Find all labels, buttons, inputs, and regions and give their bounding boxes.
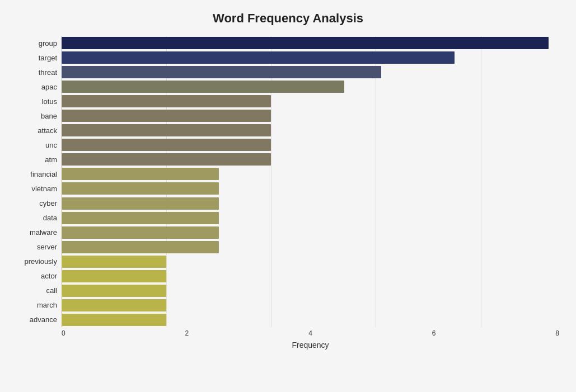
bar-row — [62, 196, 559, 211]
bar-row — [62, 108, 559, 123]
y-label: call — [46, 287, 57, 294]
y-label: unc — [45, 141, 57, 149]
bar-row — [62, 94, 559, 108]
bar-row — [62, 167, 559, 181]
bar-row — [62, 65, 559, 79]
x-tick-label: 6 — [432, 329, 436, 337]
bar-row — [62, 240, 559, 254]
bar-financial — [62, 168, 219, 180]
x-axis-title: Frequency — [62, 341, 559, 350]
y-label: data — [43, 214, 57, 221]
bar-row — [62, 269, 559, 284]
bar-cyber — [62, 197, 219, 210]
bar-lotus — [62, 95, 271, 107]
y-label: previously — [24, 258, 57, 265]
bar-data — [62, 212, 219, 224]
bar-group — [62, 37, 549, 49]
y-label: threat — [39, 69, 57, 76]
y-label: bane — [41, 112, 57, 120]
bar-row — [62, 152, 559, 167]
bar-march — [62, 299, 166, 311]
bar-row — [62, 138, 559, 152]
bar-row — [62, 225, 559, 240]
bar-actor — [62, 270, 166, 282]
y-axis-labels: grouptargetthreatapaclotusbaneattackunca… — [17, 36, 62, 327]
y-label: lotus — [42, 98, 57, 105]
x-tick-label: 4 — [308, 329, 312, 337]
y-label: group — [39, 40, 57, 47]
y-label: march — [37, 301, 57, 309]
bar-threat — [62, 66, 381, 78]
bar-malware — [62, 226, 219, 239]
bar-atm — [62, 153, 271, 166]
y-label: vietnam — [31, 185, 57, 192]
y-label: server — [37, 243, 57, 251]
bar-row — [62, 36, 559, 50]
y-label: attack — [38, 127, 57, 134]
bar-row — [62, 313, 559, 327]
bar-unc — [62, 139, 271, 151]
bar-vietnam — [62, 182, 219, 195]
bar-advance — [62, 314, 166, 326]
bar-row — [62, 181, 559, 196]
x-tick-label: 8 — [555, 329, 559, 337]
bar-bane — [62, 110, 271, 122]
y-label: actor — [41, 272, 57, 280]
y-label: financial — [30, 171, 57, 178]
y-label: malware — [30, 229, 57, 236]
y-label: atm — [45, 156, 57, 163]
y-label: advance — [30, 316, 57, 323]
bar-target — [62, 51, 455, 64]
y-label: target — [39, 54, 57, 62]
chart-title: Word Frequency Analysis — [17, 11, 559, 26]
x-tick-label: 2 — [185, 329, 189, 337]
bar-row — [62, 254, 559, 269]
bar-attack — [62, 124, 271, 136]
bar-previously — [62, 256, 166, 268]
bar-call — [62, 285, 166, 297]
y-label: cyber — [39, 200, 57, 207]
bar-row — [62, 284, 559, 298]
bar-server — [62, 241, 219, 253]
y-label: apac — [41, 83, 57, 91]
bar-row — [62, 50, 559, 65]
x-tick-label: 0 — [62, 329, 65, 337]
bar-row — [62, 79, 559, 94]
bar-apac — [62, 81, 344, 93]
bar-row — [62, 123, 559, 138]
chart-container: Word Frequency Analysis grouptargetthrea… — [0, 0, 576, 392]
bar-row — [62, 211, 559, 225]
bar-row — [62, 298, 559, 313]
plot-area — [62, 36, 559, 327]
